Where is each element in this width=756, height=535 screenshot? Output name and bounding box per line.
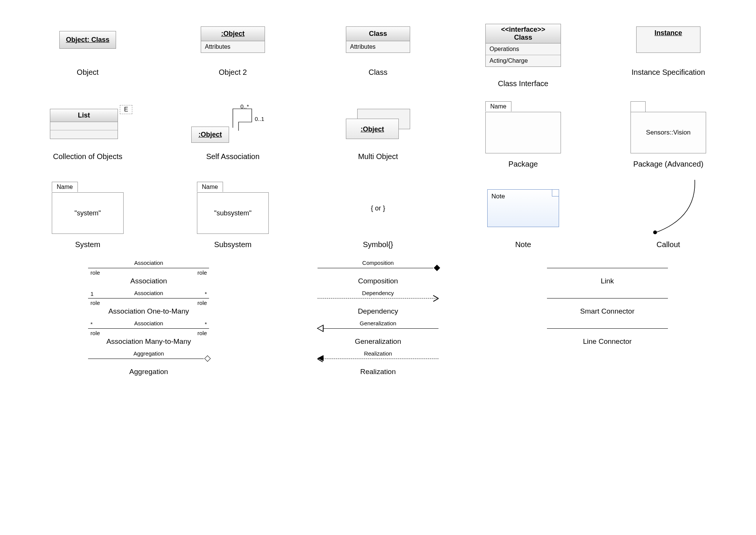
caption-class: Class — [369, 68, 387, 77]
system-body: "system" — [52, 192, 124, 234]
connector-dependency[interactable]: Dependency Dependency — [318, 291, 438, 315]
self-association-shape[interactable]: 0..* 0..1 :Object — [191, 101, 274, 147]
connector-link[interactable]: Link — [547, 260, 668, 285]
cell-class: Class Attributes Class — [313, 15, 443, 88]
caption-subsystem: Subsystem — [214, 240, 252, 249]
note-text: Note — [491, 193, 505, 200]
object2-shape[interactable]: :Object Attributes — [201, 26, 265, 53]
instance-shape[interactable]: Instance — [636, 26, 700, 53]
caption-smart: Smart Connector — [580, 307, 635, 315]
caption-collection: Collection of Objects — [53, 152, 122, 161]
multi-object-front: :Object — [346, 119, 399, 139]
caption-multi-object: Multi Object — [358, 152, 398, 161]
callout-shape[interactable] — [631, 180, 706, 237]
caption-package: Package — [508, 160, 538, 169]
collection-row — [50, 130, 118, 139]
instance-header: Instance — [654, 29, 682, 37]
package-adv-body: Sensors::Vision — [631, 112, 706, 153]
caption-self-association: Self Association — [206, 152, 259, 161]
caption-composition: Composition — [358, 277, 398, 285]
self-assoc-mult1: 0..* — [240, 103, 249, 110]
class-attributes: Attributes — [346, 41, 410, 53]
interface-acting: Acting/Charge — [486, 55, 561, 66]
line-icon — [88, 328, 209, 329]
cell-callout: Callout — [603, 180, 733, 249]
cell-self-association: 0..* 0..1 :Object Self Association — [168, 99, 298, 169]
caption-realization: Realization — [360, 368, 396, 376]
line-icon — [318, 268, 433, 268]
cell-collection: E List Collection of Objects — [23, 99, 153, 169]
dashed-line-icon — [323, 359, 438, 359]
connectors-grid: Association role role Association 1 Asso… — [23, 260, 733, 376]
assocmm-ur: role — [197, 330, 207, 336]
uml-palette-grid: Object: Class Object :Object Attributes … — [23, 15, 733, 249]
caption-callout: Callout — [657, 240, 680, 249]
cell-package: Name Package — [458, 99, 588, 169]
caption-aggregation: Aggregation — [129, 368, 168, 376]
note-shape[interactable]: Note — [487, 189, 559, 227]
line-icon — [547, 328, 668, 329]
object2-header: :Object — [201, 27, 265, 41]
cell-object: Object: Class Object — [23, 15, 153, 88]
package-shape[interactable]: Name — [485, 101, 561, 154]
assocmm-top: Association — [134, 320, 163, 326]
cell-subsystem: Name "subsystem" Subsystem — [168, 180, 298, 249]
cell-note: Note Note — [458, 180, 588, 249]
connector-assoc-1m[interactable]: 1 Association * role role Association On… — [88, 291, 209, 315]
package-body — [485, 112, 561, 153]
class-shape[interactable]: Class Attributes — [346, 26, 410, 53]
caption-object2: Object 2 — [219, 68, 247, 77]
package-tab: Name — [485, 101, 511, 111]
package-adv-tab — [631, 101, 646, 112]
system-tab: Name — [52, 182, 78, 192]
subsystem-body: "subsystem" — [197, 192, 269, 234]
line-icon — [323, 328, 438, 329]
collection-head: List — [50, 109, 118, 122]
comp-top: Composition — [362, 260, 393, 266]
class-interface-shape[interactable]: <<interface>> Class Operations Acting/Ch… — [485, 24, 561, 67]
line-icon — [547, 298, 668, 298]
assoc1m-ol: 1 — [90, 291, 93, 297]
caption-generalization: Generalization — [355, 337, 401, 346]
assocmm-ul: role — [90, 330, 100, 336]
interface-stereotype: <<interface>> — [487, 26, 559, 34]
caption-instance: Instance Specification — [632, 68, 705, 77]
collection-shape[interactable]: E List — [50, 109, 125, 139]
assoc-role-r: role — [197, 269, 207, 276]
caption-dependency: Dependency — [358, 307, 398, 315]
gen-top: Generalization — [360, 320, 397, 326]
self-assoc-box: :Object — [191, 127, 229, 143]
connector-smart[interactable]: Smart Connector — [547, 291, 668, 315]
caption-association: Association — [130, 277, 167, 285]
connector-association[interactable]: Association role role Association — [88, 260, 209, 285]
interface-operations: Operations — [486, 43, 561, 55]
class-header: Class — [346, 27, 410, 41]
connector-composition[interactable]: Composition Composition — [318, 260, 438, 285]
cell-system: Name "system" System — [23, 180, 153, 249]
caption-package-advanced: Package (Advanced) — [633, 160, 703, 169]
object2-attributes: Attributes — [201, 41, 265, 53]
connector-assoc-mm[interactable]: * Association * role role Association Ma… — [88, 321, 209, 346]
subsystem-shape[interactable]: Name "subsystem" — [197, 182, 269, 235]
diamond-open-icon — [204, 356, 211, 362]
cell-object2: :Object Attributes Object 2 — [168, 15, 298, 88]
caption-system: System — [75, 240, 101, 249]
system-shape[interactable]: Name "system" — [52, 182, 124, 235]
diamond-filled-icon — [434, 265, 440, 271]
assoc-top: Association — [134, 260, 163, 266]
package-advanced-shape[interactable]: Sensors::Vision — [631, 101, 706, 154]
connector-line[interactable]: Line Connector — [547, 321, 668, 346]
self-assoc-mult2: 0..1 — [255, 116, 264, 122]
multi-object-shape[interactable]: :Object — [346, 109, 410, 139]
connector-aggregation[interactable]: Aggregation Aggregation — [88, 351, 209, 376]
caption-note: Note — [515, 240, 531, 249]
dashed-line-icon — [318, 298, 438, 298]
assoc1m-ur: role — [197, 300, 207, 306]
caption-assoc-1m: Association One-to-Many — [108, 307, 189, 315]
symbol-shape[interactable]: { or } — [371, 204, 385, 212]
cell-multi-object: :Object Multi Object — [313, 99, 443, 169]
object-shape[interactable]: Object: Class — [59, 31, 116, 49]
assoc-role-l: role — [90, 269, 100, 276]
connector-realization[interactable]: Realization Realization — [318, 351, 438, 376]
connector-generalization[interactable]: Generalization Generalization — [318, 321, 438, 346]
